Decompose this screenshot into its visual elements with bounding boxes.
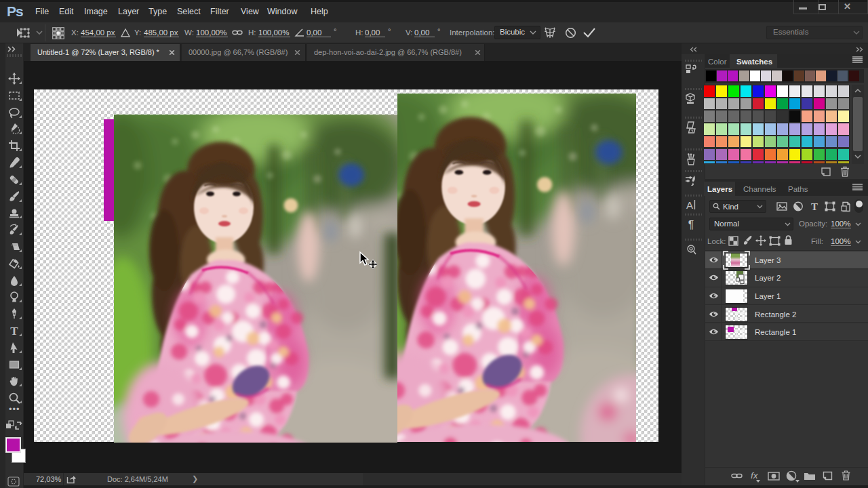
svg-text:T: T [10, 325, 18, 337]
svg-text:A: A [686, 199, 693, 211]
svg-text:T: T [811, 201, 818, 212]
svg-text:¶: ¶ [688, 219, 694, 230]
